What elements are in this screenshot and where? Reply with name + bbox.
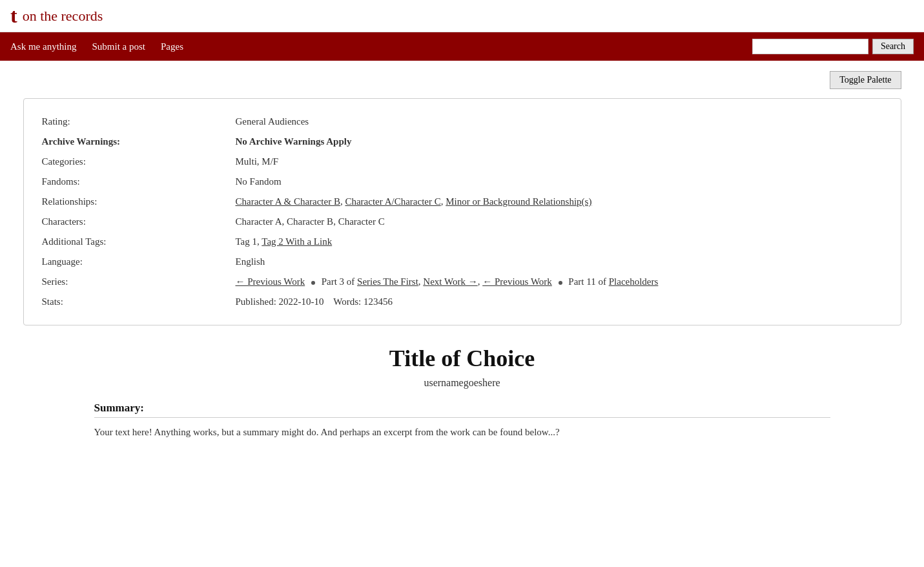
navbar: Ask me anything Submit a post Pages Sear… [0,32,924,61]
nav-ask-me-anything[interactable]: Ask me anything [10,41,77,52]
series-part-1: Part 3 of [322,276,355,287]
search-area: Search [752,39,914,54]
meta-row-relationships: Relationships: Character A & Character B… [42,192,883,212]
stats-published-value: 2022-10-10 [279,296,324,307]
summary-text: Your text here! Anything works, but a su… [94,424,830,440]
relationship-link-3[interactable]: Minor or Background Relationship(s) [446,196,591,207]
summary-heading: Summary: [94,402,830,418]
meta-label-relationships: Relationships: [42,196,236,207]
character-1: Character A [236,216,282,227]
meta-value-language: English [236,256,883,267]
series-part-2: Part 11 of [568,276,606,287]
meta-row-series: Series: ← Previous Work Part 3 of Series… [42,272,883,292]
series-next-work[interactable]: Next Work → [423,276,477,287]
series-name-2[interactable]: Placeholders [609,276,659,287]
meta-row-fandoms: Fandoms: No Fandom [42,172,883,192]
toggle-palette-button[interactable]: Toggle Palette [830,71,901,89]
meta-label-stats: Stats: [42,296,236,307]
header-top: t on the records [0,0,924,32]
meta-label-categories: Categories: [42,156,236,167]
page-content: Toggle Palette Rating: General Audiences… [10,61,914,463]
series-prev-work-2[interactable]: ← Previous Work [482,276,552,287]
meta-value-fandoms: No Fandom [236,176,883,187]
meta-label-tags: Additional Tags: [42,236,236,247]
series-prev-work-1[interactable]: ← Previous Work [236,276,305,287]
relationship-link-2[interactable]: Character A/Character C [345,196,440,207]
nav-links: Ask me anything Submit a post Pages [10,41,183,52]
nav-pages[interactable]: Pages [161,41,183,52]
meta-row-categories: Categories: Multi, M/F [42,152,883,172]
nav-submit-a-post[interactable]: Submit a post [92,41,146,52]
meta-label-warnings: Archive Warnings: [42,136,236,147]
character-3: Character C [338,216,385,227]
series-dot-2 [559,281,562,285]
meta-value-stats: Published: 2022-10-10 Words: 123456 [236,296,883,307]
tag-1: Tag 1 [236,236,258,247]
work-title-area: Title of Choice usernamegoeshere [23,345,901,389]
tag-2-link[interactable]: Tag 2 With a Link [262,236,332,247]
work-title: Title of Choice [23,345,901,372]
relationship-link-1[interactable]: Character A & Character B [236,196,340,207]
meta-value-series: ← Previous Work Part 3 of Series The Fir… [236,276,883,287]
stats-words-value: 123456 [364,296,393,307]
meta-value-warnings: No Archive Warnings Apply [236,136,883,147]
meta-label-series: Series: [42,276,236,287]
meta-value-rating: General Audiences [236,116,883,127]
logo-container[interactable]: t on the records [10,4,103,28]
logo-text: on the records [23,8,103,25]
meta-row-warnings: Archive Warnings: No Archive Warnings Ap… [42,132,883,152]
stats-published-label: Published: [236,296,276,307]
meta-row-tags: Additional Tags: Tag 1, Tag 2 With a Lin… [42,232,883,252]
search-input[interactable] [752,39,868,54]
logo-t-icon: t [10,4,17,28]
work-author[interactable]: usernamegoeshere [23,377,901,389]
meta-value-characters: Character A, Character B, Character C [236,216,883,227]
meta-label-characters: Characters: [42,216,236,227]
meta-label-fandoms: Fandoms: [42,176,236,187]
meta-box: Rating: General Audiences Archive Warnin… [23,98,901,325]
series-dot-1 [311,281,315,285]
meta-label-language: Language: [42,256,236,267]
stats-words-label: Words: [333,296,361,307]
summary-section: Summary: Your text here! Anything works,… [23,402,901,440]
meta-value-relationships: Character A & Character B, Character A/C… [236,196,883,207]
meta-row-rating: Rating: General Audiences [42,112,883,132]
meta-row-stats: Stats: Published: 2022-10-10 Words: 1234… [42,292,883,312]
character-2: Character B [287,216,333,227]
meta-row-characters: Characters: Character A, Character B, Ch… [42,212,883,232]
meta-value-tags: Tag 1, Tag 2 With a Link [236,236,883,247]
series-name-1[interactable]: Series The First [357,276,418,287]
meta-row-language: Language: English [42,252,883,272]
meta-label-rating: Rating: [42,116,236,127]
search-button[interactable]: Search [872,39,914,54]
meta-value-categories: Multi, M/F [236,156,883,167]
